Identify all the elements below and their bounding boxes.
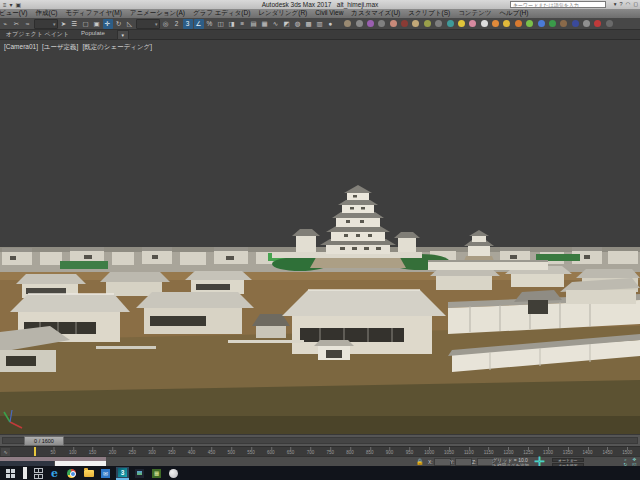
sign-in-button[interactable]: ▾ <box>614 1 617 7</box>
script-button[interactable] <box>356 20 363 27</box>
start-button[interactable] <box>4 467 17 480</box>
time-slider-handle[interactable]: 0 / 1600 <box>24 436 64 446</box>
photos-app-button[interactable] <box>133 467 146 480</box>
selection-filter-dropdown-button[interactable]: ▾ <box>34 19 58 29</box>
script-button[interactable] <box>401 20 408 27</box>
angle-snap-toggle-button[interactable]: ∠ <box>194 19 204 29</box>
community-button[interactable]: ◠ <box>626 1 631 7</box>
app-menu-button[interactable]: ≡ <box>3 1 7 9</box>
snap-toggle-2d-button[interactable]: 2 <box>172 19 182 29</box>
coord-x-field[interactable] <box>434 458 451 466</box>
script-button[interactable] <box>378 20 385 27</box>
menu-item[interactable]: レンダリング(R) <box>254 9 311 18</box>
help-button[interactable]: ? <box>620 1 623 7</box>
notifications-button[interactable]: ◻ <box>633 1 638 7</box>
render-production-button[interactable]: ● <box>326 19 336 29</box>
snap-toggle-3d-button[interactable]: 3 <box>183 19 193 29</box>
ribbon-toggle-button[interactable]: ▦ <box>260 19 270 29</box>
unlink-selection-button[interactable]: ✂ <box>12 19 22 29</box>
script-button[interactable] <box>515 20 522 27</box>
viewport-view-label[interactable]: [ユーザ定義] <box>42 43 78 52</box>
render-setup-button[interactable]: ▩ <box>304 19 314 29</box>
green-app-button[interactable]: ▦ <box>150 467 163 480</box>
help-search-box[interactable] <box>510 1 606 8</box>
select-and-link-button[interactable]: ⌁ <box>1 19 11 29</box>
viewport-camera-label[interactable]: [Camera01] <box>4 43 38 52</box>
viewport-shading-label[interactable]: [既定のシェーディング] <box>82 43 152 52</box>
select-and-scale-button[interactable]: ◺ <box>125 19 135 29</box>
bind-to-space-warp-button[interactable]: ≈ <box>23 19 33 29</box>
curve-editor-button[interactable]: ∿ <box>271 19 281 29</box>
mirror-button[interactable]: ◨ <box>227 19 237 29</box>
use-pivot-point-center-button[interactable]: ◎ <box>161 19 171 29</box>
menu-item[interactable]: Civil View <box>311 9 347 18</box>
menu-item[interactable]: ヘルプ(H) <box>495 9 532 18</box>
script-button[interactable] <box>526 20 533 27</box>
rendered-frame-window-button[interactable]: ▥ <box>315 19 325 29</box>
ribbon-tab[interactable]: Populate <box>75 30 111 39</box>
chrome-icon <box>67 469 76 478</box>
script-button[interactable] <box>458 20 465 27</box>
select-and-rotate-button[interactable]: ↻ <box>114 19 124 29</box>
auto-key-button[interactable]: オートキー <box>552 458 584 463</box>
script-button[interactable] <box>560 20 567 27</box>
menu-item[interactable]: グラフ エディタ(D) <box>189 9 254 18</box>
select-by-name-button[interactable]: ☰ <box>70 19 80 29</box>
script-button[interactable] <box>390 20 397 27</box>
help-search-input[interactable] <box>511 2 605 7</box>
script-button[interactable] <box>594 20 601 27</box>
menu-item[interactable]: カスタマイズ(U) <box>347 9 404 18</box>
menu-item[interactable]: ビュー(V) <box>0 9 31 18</box>
paint-app-button[interactable] <box>167 467 180 480</box>
menu-item[interactable]: アニメーション(A) <box>126 9 189 18</box>
percent-snap-toggle-button[interactable]: % <box>205 19 215 29</box>
material-editor-button[interactable]: ◍ <box>293 19 303 29</box>
select-object-button[interactable]: ➤ <box>59 19 69 29</box>
ribbon-minimize-button[interactable]: ▾ <box>117 30 129 40</box>
script-button[interactable] <box>412 20 419 27</box>
align-button[interactable]: ≡ <box>238 19 248 29</box>
script-button[interactable] <box>583 20 590 27</box>
ribbon-tab[interactable]: オブジェクト ペイント <box>0 30 75 39</box>
chrome-app-button[interactable] <box>65 467 78 480</box>
script-button[interactable] <box>549 20 556 27</box>
frame-tick-label: 550 <box>247 450 255 455</box>
3ds-max-taskbar-button[interactable]: 3 <box>116 467 129 480</box>
rectangular-selection-region-button[interactable]: ▢ <box>81 19 91 29</box>
menu-item[interactable]: スクリプト(S) <box>404 9 454 18</box>
menu-item[interactable]: モディファイヤ(M) <box>62 9 126 18</box>
coord-y-field[interactable] <box>455 458 472 466</box>
taskbar-search-icon[interactable] <box>23 467 27 479</box>
script-button[interactable] <box>503 20 510 27</box>
task-view-button[interactable] <box>31 467 44 480</box>
script-button[interactable] <box>481 20 488 27</box>
script-button[interactable] <box>469 20 476 27</box>
window-crossing-toggle-button[interactable]: ▣ <box>92 19 102 29</box>
script-button[interactable] <box>344 20 351 27</box>
save-file-button[interactable]: ▣ <box>16 1 22 9</box>
script-button[interactable] <box>572 20 579 27</box>
script-button[interactable] <box>538 20 545 27</box>
menu-item[interactable]: コンテンツ <box>454 9 495 18</box>
select-and-move-button[interactable]: ✛ <box>103 19 113 29</box>
viewport[interactable]: [Camera01] [ユーザ定義] [既定のシェーディング] <box>0 40 640 434</box>
mail-app-button[interactable]: ✉ <box>99 467 112 480</box>
menu-item[interactable]: 作成(C) <box>31 9 61 18</box>
script-button[interactable] <box>435 20 442 27</box>
script-button[interactable] <box>424 20 431 27</box>
file-explorer-button[interactable] <box>82 467 95 480</box>
schematic-view-button[interactable]: ◩ <box>282 19 292 29</box>
selection-lock-icon[interactable]: 🔒 <box>416 458 424 465</box>
reference-coordinate-dropdown-button[interactable]: ▾ <box>136 19 160 29</box>
workspace-dropdown-button[interactable]: ▾ <box>10 1 13 9</box>
edge-app-button[interactable]: e <box>48 467 61 480</box>
named-selection-sets-button[interactable]: ◫ <box>216 19 226 29</box>
script-button[interactable] <box>447 20 454 27</box>
script-button[interactable] <box>367 20 374 27</box>
layer-manager-button[interactable]: ▤ <box>249 19 259 29</box>
script-button[interactable] <box>492 20 499 27</box>
ribbon-tab-bar: オブジェクト ペイントPopulate ▾ <box>0 30 640 40</box>
viewport-canvas[interactable] <box>0 40 640 434</box>
time-slider-track[interactable] <box>2 437 638 444</box>
script-button[interactable] <box>606 20 613 27</box>
